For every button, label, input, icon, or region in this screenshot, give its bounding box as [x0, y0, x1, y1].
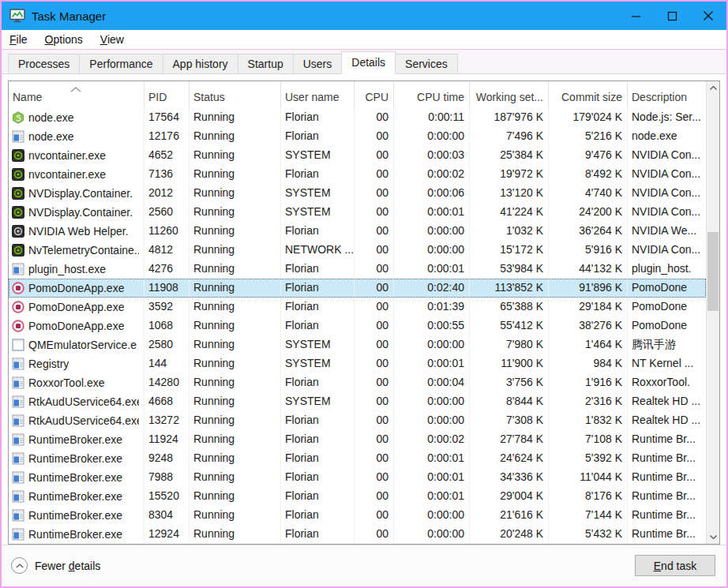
cell-cpu: 00	[355, 127, 394, 146]
cell-commit_size: 29'184 K	[549, 298, 628, 316]
menu-options[interactable]: Options	[45, 33, 83, 46]
cell-pid: 3592	[144, 298, 190, 316]
tab-users[interactable]: Users	[293, 54, 343, 73]
cell-description: NVIDIA Con...	[628, 241, 706, 260]
cell-name: nvcontainer.exe	[9, 165, 144, 184]
table-row[interactable]: RuntimeBroker.exe11924RunningFlorian000:…	[9, 430, 706, 449]
application-icon	[12, 376, 24, 389]
cell-working_set: 41'224 K	[470, 203, 549, 222]
cell-pid: 8304	[144, 506, 190, 525]
cell-user: SYSTEM	[281, 146, 355, 165]
table-row[interactable]: RuntimeBroker.exe9248RunningFlorian000:0…	[9, 449, 706, 468]
tab-startup[interactable]: Startup	[238, 54, 294, 73]
table-row[interactable]: nvcontainer.exe7136RunningFlorian000:00:…	[9, 165, 706, 184]
cell-user: Florian	[281, 127, 355, 146]
column-header-commit_size[interactable]: Commit size	[549, 81, 628, 108]
cell-description: plugin_host.	[628, 260, 706, 279]
cell-cpu_time: 0:00:00	[394, 127, 470, 146]
menu-file[interactable]: File	[9, 33, 28, 46]
table-row[interactable]: plugin_host.exe4276RunningFlorian000:00:…	[9, 260, 706, 279]
column-header-status[interactable]: Status	[190, 81, 281, 108]
table-row[interactable]: node.exe12176RunningFlorian000:00:007'49…	[9, 127, 706, 146]
table-row[interactable]: RuntimeBroker.exe8304RunningFlorian000:0…	[9, 506, 706, 525]
table-row[interactable]: NVDisplay.Container.2012RunningSYSTEM000…	[9, 184, 706, 203]
nvidia-icon	[12, 149, 24, 162]
cell-commit_size: 1'916 K	[549, 373, 628, 392]
table-row[interactable]: node.exe17564RunningFlorian000:00:11187'…	[9, 108, 706, 127]
cell-commit_size: 8'492 K	[549, 165, 628, 184]
close-button[interactable]	[690, 2, 726, 30]
cell-user: Florian	[281, 260, 355, 279]
fewer-details-button[interactable]: Fewer details	[11, 557, 100, 574]
nvidia-icon	[12, 244, 24, 257]
column-header-working_set[interactable]: Working set...	[470, 81, 549, 108]
table-row[interactable]: PomoDoneApp.exe1068RunningFlorian000:00:…	[9, 316, 706, 335]
column-header-name[interactable]: Name	[9, 81, 144, 108]
cell-user: Florian	[281, 108, 355, 127]
tab-services[interactable]: Services	[395, 54, 458, 73]
cell-cpu: 00	[355, 203, 394, 222]
table-row[interactable]: RuntimeBroker.exe7988RunningFlorian000:0…	[9, 468, 706, 487]
cell-cpu_time: 0:00:01	[394, 468, 470, 487]
cell-working_set: 55'412 K	[470, 316, 549, 335]
tab-details[interactable]: Details	[341, 51, 396, 74]
cell-pid: 14280	[144, 373, 190, 392]
column-header-pid[interactable]: PID	[144, 81, 190, 108]
cell-name: RtkAudUService64.exe	[9, 411, 144, 430]
end-task-button[interactable]: End task	[635, 555, 715, 576]
column-header-description[interactable]: Description	[628, 81, 706, 108]
table-row[interactable]: nvcontainer.exe4652RunningSYSTEM000:00:0…	[9, 146, 706, 165]
application-icon	[12, 263, 24, 275]
column-header-user[interactable]: User name	[281, 81, 355, 108]
tab-performance[interactable]: Performance	[79, 54, 163, 73]
cell-user: NETWORK ...	[281, 241, 355, 260]
table-row[interactable]: NVIDIA Web Helper.11260RunningFlorian000…	[9, 222, 706, 241]
cell-pid: 12924	[144, 525, 190, 544]
cell-commit_size: 1'464 K	[549, 335, 628, 354]
cell-description: Realtek HD ...	[628, 392, 706, 411]
cell-status: Running	[190, 184, 281, 203]
table-row[interactable]: RuntimeBroker.exe12924RunningFlorian000:…	[9, 525, 706, 544]
table-row[interactable]: RtkAudUService64.exe4668RunningSYSTEM000…	[9, 392, 706, 411]
vertical-scrollbar[interactable]	[706, 81, 719, 544]
table-row[interactable]: RuntimeBroker.exe15520RunningFlorian000:…	[9, 487, 706, 506]
table-row[interactable]: Registry144RunningSYSTEM000:00:0111'900 …	[9, 354, 706, 373]
cell-pid: 9248	[144, 449, 190, 468]
maximize-button[interactable]	[654, 2, 690, 30]
cell-pid: 7136	[144, 165, 190, 184]
cell-cpu_time: 0:00:55	[394, 316, 470, 335]
chevron-up-icon	[710, 86, 717, 90]
cell-working_set: 13'120 K	[470, 184, 549, 203]
table-row[interactable]: QMEmulatorService.e2580RunningSYSTEM000:…	[9, 335, 706, 354]
table-row[interactable]: NVDisplay.Container.2560RunningSYSTEM000…	[9, 203, 706, 222]
scrollbar-thumb[interactable]	[707, 232, 719, 311]
cell-status: Running	[190, 127, 281, 146]
cell-commit_size: 5'916 K	[549, 241, 628, 260]
menu-view[interactable]: View	[100, 33, 124, 46]
tab-app-history[interactable]: App history	[163, 54, 238, 73]
column-header-cpu[interactable]: CPU	[355, 81, 394, 108]
cell-status: Running	[190, 260, 281, 279]
cell-cpu_time: 0:00:01	[394, 449, 470, 468]
cell-name: RuntimeBroker.exe	[9, 487, 144, 506]
scroll-up-button[interactable]	[707, 81, 719, 95]
cell-user: Florian	[281, 411, 355, 430]
minimize-button[interactable]	[617, 2, 654, 30]
table-row[interactable]: RtkAudUService64.exe13272RunningFlorian0…	[9, 411, 706, 430]
menu-bar: FileOptionsView	[2, 30, 726, 50]
cell-cpu: 00	[355, 316, 394, 335]
tab-processes[interactable]: Processes	[8, 54, 80, 73]
cell-name: node.exe	[9, 127, 144, 146]
cell-user: Florian	[281, 449, 355, 468]
scroll-down-button[interactable]	[707, 530, 719, 544]
column-header-cpu_time[interactable]: CPU time	[394, 81, 470, 108]
cell-cpu_time: 0:00:01	[394, 203, 470, 222]
cell-working_set: 24'624 K	[470, 449, 549, 468]
cell-commit_size: 8'176 K	[549, 487, 628, 506]
table-row[interactable]: PomoDoneApp.exe3592RunningFlorian000:01:…	[9, 298, 706, 316]
table-row[interactable]: RoxxorTool.exe14280RunningFlorian000:00:…	[9, 373, 706, 392]
table-row[interactable]: NvTelemetryContaine...4812RunningNETWORK…	[9, 241, 706, 260]
application-icon	[12, 528, 24, 541]
table-row[interactable]: PomoDoneApp.exe11908RunningFlorian000:02…	[9, 279, 706, 298]
pomodone-icon	[12, 301, 24, 313]
